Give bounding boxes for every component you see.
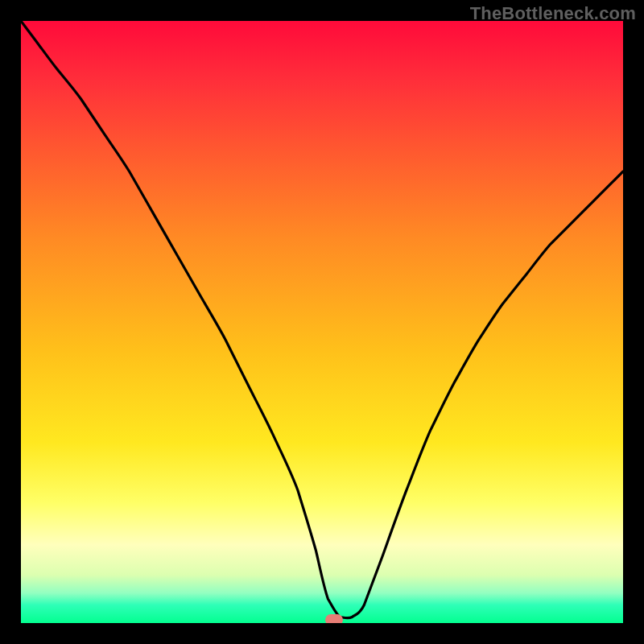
plot-area (21, 21, 623, 623)
optimal-point-marker (325, 614, 343, 624)
watermark-text: TheBottleneck.com (470, 3, 636, 24)
bottleneck-curve (21, 21, 623, 623)
chart-frame: TheBottleneck.com (0, 0, 644, 644)
